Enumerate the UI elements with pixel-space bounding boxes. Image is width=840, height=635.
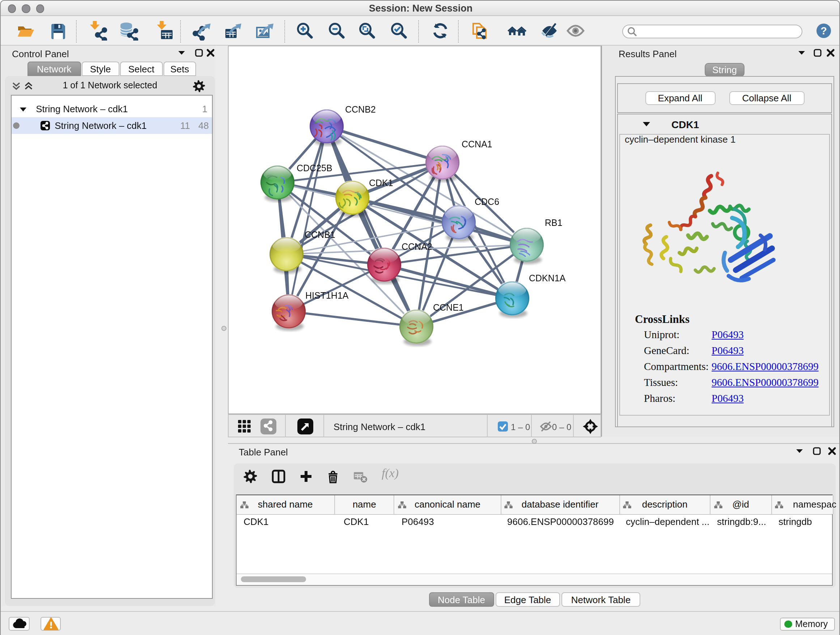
svg-text:CCNB1: CCNB1 [305, 230, 335, 240]
svg-text:HIST1H1A: HIST1H1A [305, 290, 349, 301]
svg-text:CDK1: CDK1 [369, 178, 393, 188]
svg-text:RB1: RB1 [545, 218, 562, 228]
svg-text:?: ? [820, 25, 827, 36]
svg-text:CCNA2: CCNA2 [401, 241, 432, 252]
svg-text:CDKN1A: CDKN1A [529, 273, 566, 283]
svg-text:CCNA1: CCNA1 [462, 139, 493, 149]
svg-text:CCNB2: CCNB2 [345, 104, 376, 114]
svg-text:CDC6: CDC6 [475, 196, 499, 207]
svg-text:CDC25B: CDC25B [297, 163, 332, 173]
svg-text:CCNE1: CCNE1 [433, 302, 464, 312]
